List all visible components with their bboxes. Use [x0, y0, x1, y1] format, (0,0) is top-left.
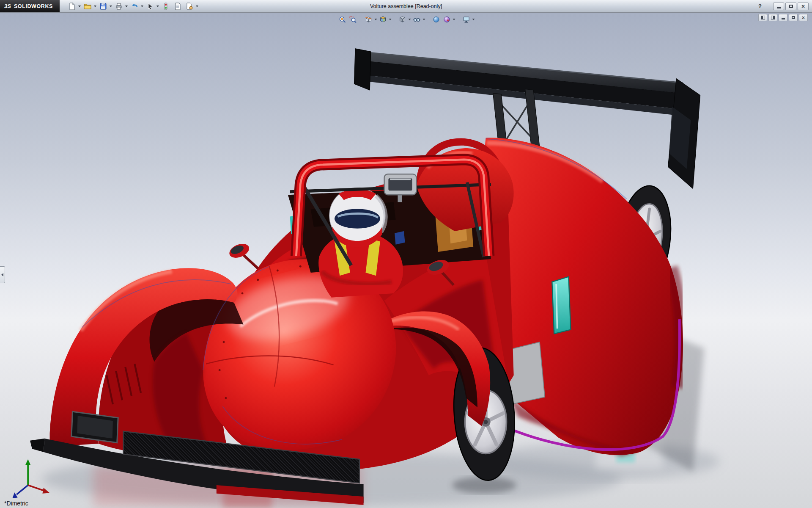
maximize-button[interactable] — [785, 3, 796, 10]
pane-left-icon — [761, 16, 765, 19]
dropdown-arrow-icon[interactable] — [124, 1, 128, 11]
solidworks-logo: 3S SOLIDWORKS — [0, 0, 60, 12]
doc-close-button[interactable]: × — [799, 14, 808, 21]
main-toolbar — [66, 1, 200, 11]
dropdown-arrow-icon[interactable] — [388, 14, 392, 25]
solidworks-window: 3S SOLIDWORKS — [0, 0, 812, 508]
brand-name: SOLIDWORKS — [14, 3, 53, 9]
pane-right-icon — [771, 16, 775, 19]
view-orientation-button[interactable] — [378, 15, 388, 25]
view-settings-button[interactable] — [461, 15, 472, 25]
dropdown-arrow-icon[interactable] — [422, 14, 426, 25]
save-button[interactable] — [98, 1, 109, 11]
print-button[interactable] — [113, 1, 124, 11]
open-button[interactable] — [82, 1, 93, 11]
model-render — [0, 12, 812, 508]
dropdown-arrow-icon[interactable] — [140, 1, 144, 11]
file-properties-button[interactable] — [172, 1, 183, 11]
hide-show-items-button[interactable] — [411, 15, 422, 25]
help-button[interactable]: ? — [756, 3, 764, 10]
select-tool-button[interactable] — [145, 1, 156, 11]
minimize-icon — [777, 7, 781, 8]
new-document-button[interactable] — [66, 1, 77, 11]
minimize-icon — [782, 18, 785, 19]
rebuild-button[interactable] — [160, 1, 171, 11]
display-style-button[interactable] — [397, 15, 408, 25]
minimize-button[interactable] — [773, 3, 784, 10]
dropdown-arrow-icon[interactable] — [374, 14, 378, 25]
dassault-logo-icon: 3S — [4, 3, 11, 9]
close-button[interactable]: × — [798, 3, 809, 10]
dropdown-arrow-icon[interactable] — [472, 14, 475, 25]
helmet-visor — [335, 209, 380, 229]
split-view-button[interactable] — [768, 14, 777, 21]
driver-helmet — [329, 188, 386, 247]
viewport-layout-button[interactable] — [758, 14, 767, 21]
section-view-button[interactable] — [363, 15, 374, 25]
view-orientation-label: *Dimetric — [4, 500, 28, 507]
edit-appearance-button[interactable] — [431, 15, 442, 25]
close-icon: × — [801, 3, 805, 9]
title-bar: 3S SOLIDWORKS — [0, 0, 812, 13]
undo-button[interactable] — [129, 1, 140, 11]
dropdown-arrow-icon[interactable] — [93, 1, 97, 11]
side-window-teal — [552, 277, 571, 334]
dropdown-arrow-icon[interactable] — [109, 1, 112, 11]
doc-restore-button[interactable] — [789, 14, 798, 21]
zoom-to-area-button[interactable] — [348, 15, 358, 25]
dropdown-arrow-icon[interactable] — [77, 1, 81, 11]
document-window-controls: × — [758, 14, 808, 21]
dropdown-arrow-icon[interactable] — [408, 14, 411, 25]
dropdown-arrow-icon[interactable] — [452, 14, 456, 25]
doc-minimize-button[interactable] — [779, 14, 787, 21]
featuremanager-collapsed-tab[interactable] — [0, 266, 5, 283]
options-button[interactable] — [184, 1, 195, 11]
restore-icon — [792, 16, 795, 19]
heads-up-toolbar — [337, 14, 475, 25]
zoom-to-fit-button[interactable] — [337, 15, 348, 25]
close-icon: × — [802, 15, 805, 20]
apply-scene-button[interactable] — [442, 15, 452, 25]
dropdown-arrow-icon[interactable] — [156, 1, 159, 11]
graphics-area[interactable]: × *Dimetric — [0, 12, 812, 508]
maximize-icon — [789, 5, 793, 8]
dropdown-arrow-icon[interactable] — [195, 1, 199, 11]
window-controls: ? × — [756, 0, 809, 12]
